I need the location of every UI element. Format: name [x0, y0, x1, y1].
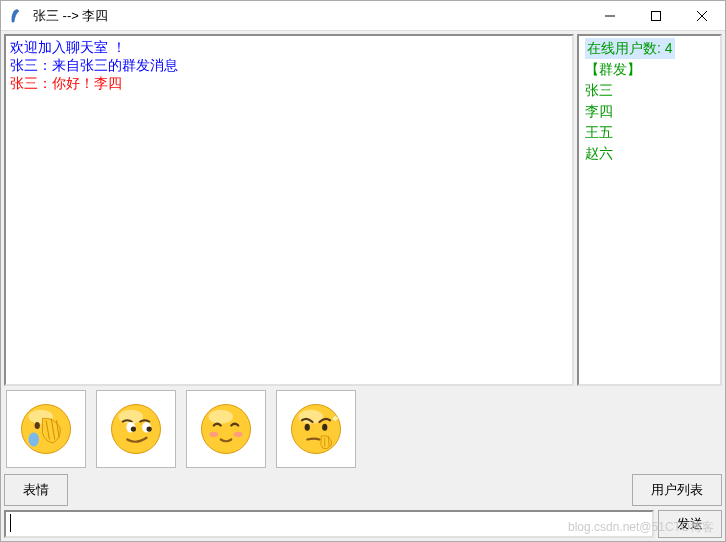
chat-line: 欢迎加入聊天室 ！ — [10, 38, 568, 56]
emoji-smirk[interactable] — [96, 390, 176, 468]
message-input[interactable] — [4, 510, 654, 538]
svg-point-15 — [209, 410, 234, 424]
online-count: 在线用户数: 4 — [585, 38, 675, 59]
svg-point-20 — [305, 424, 310, 431]
upper-area: 欢迎加入聊天室 ！张三：来自张三的群发消息张三：你好！李四 在线用户数: 4 【… — [4, 34, 722, 386]
send-button[interactable]: 发送 — [658, 510, 722, 538]
emoji-button[interactable]: 表情 — [4, 474, 68, 506]
broadcast-option[interactable]: 【群发】 — [585, 59, 714, 80]
input-row: 发送 — [4, 510, 722, 538]
caret — [10, 514, 11, 532]
chat-log: 欢迎加入聊天室 ！张三：来自张三的群发消息张三：你好！李四 — [4, 34, 574, 386]
thinking-icon — [288, 401, 344, 457]
shy-smile-icon — [198, 401, 254, 457]
emoji-thinking[interactable] — [276, 390, 356, 468]
svg-point-21 — [322, 424, 327, 431]
minimize-button[interactable] — [587, 1, 633, 31]
user-list-item[interactable]: 赵六 — [585, 143, 714, 164]
button-row: 表情 用户列表 — [4, 474, 722, 506]
emoji-row — [4, 386, 722, 472]
svg-point-6 — [35, 422, 40, 429]
spacer — [72, 474, 628, 506]
user-list-item[interactable]: 李四 — [585, 101, 714, 122]
facepalm-icon — [18, 401, 74, 457]
svg-point-13 — [147, 426, 152, 431]
maximize-button[interactable] — [633, 1, 679, 31]
app-icon — [9, 8, 25, 24]
emoji-shy-smile[interactable] — [186, 390, 266, 468]
chat-line: 张三：你好！李四 — [10, 74, 568, 92]
titlebar: 张三 --> 李四 — [1, 1, 725, 31]
svg-rect-1 — [652, 11, 661, 20]
svg-point-16 — [209, 432, 218, 437]
svg-point-7 — [29, 433, 40, 447]
emoji-facepalm[interactable] — [6, 390, 86, 468]
svg-point-12 — [131, 426, 136, 431]
smirk-icon — [108, 401, 164, 457]
chat-line: 张三：来自张三的群发消息 — [10, 56, 568, 74]
user-list-item[interactable]: 张三 — [585, 80, 714, 101]
user-list-panel: 在线用户数: 4 【群发】 张三李四王五赵六 — [577, 34, 722, 386]
userlist-button[interactable]: 用户列表 — [632, 474, 722, 506]
window-title: 张三 --> 李四 — [33, 7, 587, 25]
window-body: 欢迎加入聊天室 ！张三：来自张三的群发消息张三：你好！李四 在线用户数: 4 【… — [1, 31, 725, 541]
user-list-item[interactable]: 王五 — [585, 122, 714, 143]
close-button[interactable] — [679, 1, 725, 31]
svg-point-17 — [234, 432, 243, 437]
app-window: 张三 --> 李四 欢迎加入聊天室 ！张三：来自张三的群发消息张三：你好！李四 … — [0, 0, 726, 542]
